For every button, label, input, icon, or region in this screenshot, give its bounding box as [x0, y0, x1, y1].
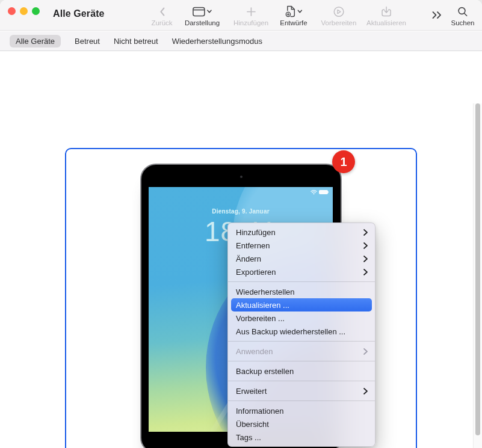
plus-icon	[233, 4, 268, 19]
add-label: Hinzufügen	[233, 19, 268, 26]
menu-item-erweitert[interactable]: Erweitert	[228, 384, 375, 397]
menu-item-aktualisieren[interactable]: Aktualisieren ...	[231, 298, 372, 311]
add-button: Hinzufügen	[233, 4, 268, 26]
chevron-left-icon	[151, 4, 172, 19]
wifi-icon	[311, 189, 317, 195]
search-button[interactable]: Suchen	[451, 4, 474, 26]
close-window-button[interactable]	[8, 7, 16, 15]
prepare-circle-icon	[321, 4, 357, 19]
zoom-window-button[interactable]	[32, 7, 40, 15]
scrollbar-track[interactable]	[473, 103, 482, 448]
blueprints-button[interactable]: Entwürfe	[280, 4, 307, 26]
back-button: Zurück	[151, 4, 172, 26]
prepare-button: Vorbereiten	[321, 4, 357, 26]
menu-separator	[228, 361, 375, 361]
menu-item-entfernen[interactable]: Entfernen	[228, 239, 375, 252]
window-title: Alle Geräte	[53, 8, 105, 19]
tab-nicht-betreut[interactable]: Nicht betreut	[114, 35, 158, 48]
search-label: Suchen	[451, 19, 474, 26]
tab-betreut[interactable]: Betreut	[75, 35, 100, 48]
update-label: Aktualisieren	[366, 19, 406, 26]
menu-item-wiederherstellen[interactable]: Wiederherstellen	[228, 285, 375, 298]
menu-item-exportieren[interactable]: Exportieren	[228, 265, 375, 278]
menu-separator	[228, 341, 375, 342]
tab-wiederherstellungsmodus[interactable]: Wiederherstellungsmodus	[172, 35, 262, 48]
app-window: Alle Geräte Zurück Darstellung Hinzufüge…	[0, 0, 482, 448]
scope-tabbar: Alle Geräte Betreut Nicht betreut Wieder…	[0, 31, 482, 51]
menu-item-informationen[interactable]: Informationen	[228, 404, 375, 417]
view-button[interactable]: Darstellung	[185, 4, 220, 26]
blueprints-label: Entwürfe	[280, 19, 307, 26]
back-label: Zurück	[151, 19, 172, 26]
tab-alle-geraete[interactable]: Alle Geräte	[10, 35, 61, 48]
menu-item-backup-erstellen[interactable]: Backup erstellen	[228, 364, 375, 378]
titlebar: Alle Geräte Zurück Darstellung Hinzufüge…	[0, 0, 482, 31]
context-menu: Hinzufügen Entfernen Ändern Exportieren …	[227, 222, 375, 447]
submenu-chevron-icon	[363, 348, 368, 355]
double-chevron-right-icon	[432, 8, 442, 22]
menu-item-vorbereiten[interactable]: Vorbereiten ...	[228, 311, 375, 325]
device-statusbar	[311, 189, 329, 195]
lock-screen-date: Dienstag, 9. Januar	[149, 208, 333, 215]
search-icon	[451, 4, 474, 19]
menu-item-aus-backup-wiederherstellen[interactable]: Aus Backup wiederherstellen ...	[228, 325, 375, 338]
menu-item-tags[interactable]: Tags ...	[228, 431, 375, 444]
device-count-badge: 1	[332, 150, 355, 173]
update-tray-icon	[366, 4, 406, 19]
chevron-down-icon	[297, 10, 302, 13]
menu-item-anwenden: Anwenden	[228, 345, 375, 358]
battery-icon	[319, 190, 329, 194]
toolbar-overflow-button[interactable]	[432, 8, 442, 22]
window-view-icon	[185, 4, 220, 19]
menu-item-hinzufuegen[interactable]: Hinzufügen	[228, 226, 375, 239]
front-camera-dot	[240, 176, 243, 178]
minimize-window-button[interactable]	[20, 7, 28, 15]
submenu-chevron-icon	[363, 269, 368, 275]
submenu-chevron-icon	[363, 256, 368, 262]
menu-item-uebersicht[interactable]: Übersicht	[228, 417, 375, 431]
menu-item-aendern[interactable]: Ändern	[228, 252, 375, 265]
update-button: Aktualisieren	[366, 4, 406, 26]
scrollbar-thumb[interactable]	[475, 103, 480, 435]
submenu-chevron-icon	[363, 242, 368, 249]
submenu-chevron-icon	[363, 388, 368, 394]
submenu-chevron-icon	[363, 229, 368, 236]
chevron-down-icon	[207, 10, 212, 13]
menu-separator	[228, 400, 375, 401]
view-label: Darstellung	[185, 19, 220, 26]
document-plus-icon	[280, 4, 307, 19]
menu-separator	[228, 381, 375, 381]
menu-separator	[228, 281, 375, 282]
prepare-label: Vorbereiten	[321, 19, 357, 26]
